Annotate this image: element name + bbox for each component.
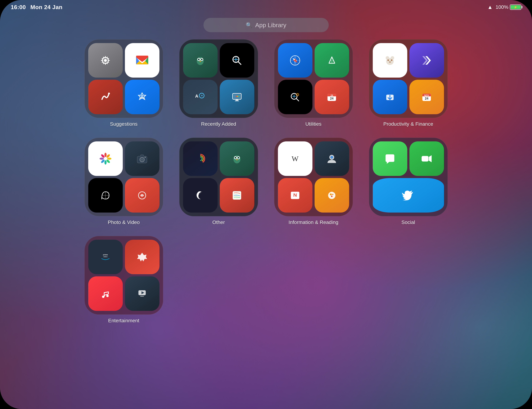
time-display: 16:00 — [11, 4, 26, 10]
folder-label-social: Social — [401, 219, 415, 225]
app-fantastical2[interactable]: NOV 24 — [409, 80, 444, 114]
svg-text:Z: Z — [201, 191, 202, 193]
date-display: Mon 24 Jan — [30, 4, 62, 10]
svg-point-64 — [100, 159, 105, 164]
app-camera[interactable] — [125, 141, 160, 176]
svg-point-107 — [102, 295, 104, 298]
svg-point-61 — [107, 158, 111, 160]
folder-box-suggestions[interactable]: A — [85, 39, 163, 118]
svg-text:prime: prime — [103, 254, 108, 255]
folder-box-information[interactable]: W N — [274, 138, 353, 216]
svg-point-66 — [100, 154, 105, 158]
folder-box-photo-video[interactable]: ∞ — [85, 138, 163, 216]
svg-point-22 — [236, 96, 237, 97]
app-yoink[interactable] — [373, 80, 407, 114]
ipad-frame: 16:00 Mon 24 Jan ▲ 100% ⚡ 🔍 App Library — [0, 0, 532, 409]
app-primevideo[interactable]: prime video — [88, 240, 123, 274]
folder-label-utilities: Utilities — [305, 121, 321, 127]
app-messages[interactable] — [373, 141, 407, 176]
battery-percent: 100% — [495, 4, 508, 10]
svg-point-46 — [387, 59, 389, 61]
svg-text:∞: ∞ — [142, 194, 143, 196]
app-activity[interactable] — [183, 141, 218, 176]
folder-suggestions[interactable]: A Suggestions — [81, 39, 167, 127]
folder-box-utilities[interactable]: + 24 24 — [274, 39, 353, 118]
app-nudge[interactable] — [220, 178, 254, 213]
search-bar-container[interactable]: 🔍 App Library — [203, 18, 329, 32]
app-loupe[interactable]: + — [278, 80, 313, 114]
app-settings[interactable] — [88, 43, 123, 78]
app-sleep[interactable]: Z Z Z — [183, 178, 218, 213]
app-photos[interactable] — [88, 141, 123, 176]
app-prizmo[interactable]: A ★ — [183, 80, 218, 114]
search-bar[interactable]: 🔍 App Library — [203, 18, 329, 32]
app-shortcuts[interactable] — [409, 43, 444, 78]
folder-other[interactable]: Z Z Z — [176, 138, 262, 225]
svg-point-11 — [200, 61, 201, 62]
svg-text:●: ● — [390, 62, 390, 63]
app-fantastical[interactable]: 24 24 — [314, 80, 349, 114]
svg-point-70 — [145, 157, 145, 158]
app-persona[interactable] — [314, 141, 349, 176]
folder-productivity[interactable]: ● — [365, 39, 451, 127]
svg-text:Z: Z — [200, 191, 201, 193]
folder-box-recently-added[interactable]: A ★ — [179, 39, 258, 118]
search-placeholder: App Library — [255, 22, 286, 29]
app-testflight[interactable] — [125, 240, 160, 274]
svg-point-60 — [106, 154, 110, 158]
folder-label-recently-added: Recently Added — [201, 121, 236, 127]
app-overflow[interactable]: ∞ — [125, 178, 160, 213]
svg-line-33 — [296, 99, 299, 101]
svg-point-0 — [104, 59, 107, 62]
svg-point-100 — [330, 193, 332, 195]
svg-point-45 — [391, 56, 394, 60]
app-twitter[interactable] — [373, 178, 444, 213]
app-magnifier[interactable] — [220, 43, 254, 78]
folder-recently-added[interactable]: A ★ — [176, 39, 262, 127]
battery-bolt-icon: ⚡ — [510, 5, 521, 9]
svg-text:W: W — [292, 155, 299, 163]
svg-text:24: 24 — [425, 97, 428, 100]
svg-point-84 — [238, 157, 239, 158]
svg-point-77 — [199, 157, 202, 161]
folder-entertainment[interactable]: prime video — [81, 236, 167, 324]
folder-box-other[interactable]: Z Z Z — [179, 138, 258, 216]
folder-photo-video[interactable]: ∞ Photo & Video — [81, 138, 167, 225]
app-owl[interactable] — [183, 43, 218, 78]
svg-point-99 — [328, 192, 335, 199]
folder-information[interactable]: W N — [271, 138, 356, 225]
app-safari[interactable] — [278, 43, 313, 78]
svg-text:24: 24 — [330, 97, 333, 100]
app-appletv[interactable] — [125, 276, 160, 311]
folder-box-social[interactable] — [369, 138, 448, 216]
svg-point-108 — [106, 295, 109, 297]
svg-point-9 — [199, 59, 199, 60]
battery-icon: ⚡ — [510, 4, 521, 10]
svg-point-95 — [330, 156, 333, 159]
svg-text:A: A — [195, 94, 198, 99]
app-reeder[interactable] — [88, 80, 123, 114]
folder-utilities[interactable]: + 24 24 Utilities — [271, 39, 356, 127]
folder-box-entertainment[interactable]: prime video — [85, 236, 163, 315]
app-owl2[interactable] — [220, 141, 254, 176]
status-right: ▲ 100% ⚡ — [487, 4, 521, 10]
app-music[interactable] — [88, 276, 123, 311]
app-bear[interactable]: ● — [373, 43, 407, 78]
app-appstore[interactable]: A — [125, 80, 160, 114]
svg-text:+: + — [297, 93, 298, 95]
app-mixed[interactable] — [314, 178, 349, 213]
app-facetime[interactable] — [409, 141, 444, 176]
app-perplexity[interactable] — [88, 178, 123, 213]
app-vectorize[interactable] — [314, 43, 349, 78]
app-gmail[interactable] — [125, 43, 160, 78]
svg-point-23 — [237, 96, 238, 97]
app-wikipedia[interactable]: W — [278, 141, 313, 176]
svg-point-85 — [236, 159, 238, 160]
folder-social[interactable]: Social — [365, 138, 451, 225]
app-screens[interactable] — [220, 80, 254, 114]
app-news[interactable]: N — [278, 178, 313, 213]
folder-box-productivity[interactable]: ● — [369, 39, 448, 118]
wifi-icon: ▲ — [487, 4, 493, 10]
folder-label-other: Other — [212, 219, 225, 225]
svg-point-24 — [238, 96, 239, 97]
